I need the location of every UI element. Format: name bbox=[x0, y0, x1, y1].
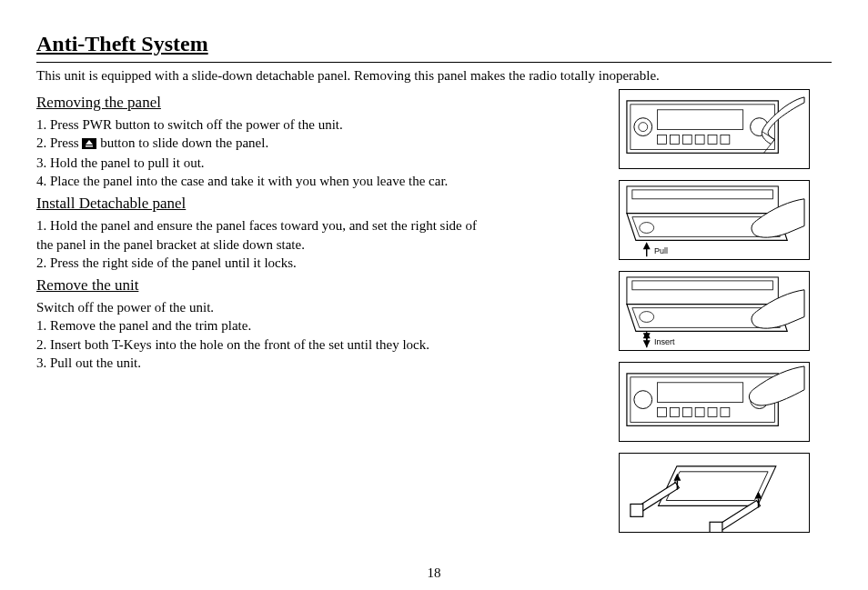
figure-lock-panel bbox=[619, 362, 810, 442]
svg-marker-51 bbox=[755, 492, 762, 499]
eject-icon bbox=[82, 135, 96, 154]
install-step-1-line2: the panel in the panel bracket at slide … bbox=[36, 235, 601, 254]
svg-rect-47 bbox=[631, 504, 643, 516]
svg-rect-9 bbox=[670, 135, 679, 145]
svg-marker-22 bbox=[643, 242, 651, 249]
remove-unit-step-1: 1. Remove the panel and the trim plate. bbox=[36, 316, 601, 335]
svg-rect-7 bbox=[658, 110, 743, 130]
svg-rect-37 bbox=[658, 383, 743, 403]
removing-step-2: 2. Press button to slide down the panel. bbox=[36, 134, 601, 154]
instructions-column: Removing the panel 1. Press PWR button t… bbox=[36, 89, 601, 372]
heading-install-panel: Install Detachable panel bbox=[36, 194, 601, 215]
svg-rect-48 bbox=[710, 522, 722, 533]
svg-rect-15 bbox=[627, 186, 778, 214]
page-number: 18 bbox=[0, 565, 868, 581]
svg-point-5 bbox=[634, 118, 652, 136]
svg-rect-10 bbox=[682, 135, 691, 145]
remove-unit-intro: Switch off the power of the unit. bbox=[36, 298, 601, 316]
install-step-1-line1: 1. Hold the panel and ensure the panel f… bbox=[36, 216, 601, 235]
figure-insert-panel: Insert bbox=[619, 271, 810, 351]
figures-column: Pull bbox=[619, 89, 819, 533]
removing-step-2b: button to slide down the panel. bbox=[100, 135, 268, 150]
svg-point-6 bbox=[639, 123, 648, 132]
svg-rect-13 bbox=[721, 135, 730, 145]
svg-rect-42 bbox=[708, 408, 717, 417]
remove-unit-step-3: 3. Pull out the unit. bbox=[36, 354, 601, 372]
svg-rect-8 bbox=[658, 135, 667, 145]
svg-rect-46 bbox=[666, 472, 768, 501]
svg-rect-3 bbox=[627, 101, 778, 153]
figure-tkeys bbox=[619, 453, 810, 533]
removing-step-4: 4. Place the panel into the case and tak… bbox=[36, 172, 601, 190]
removing-step-3: 3. Hold the panel to pull it out. bbox=[36, 154, 601, 172]
svg-rect-43 bbox=[721, 408, 730, 417]
svg-marker-49 bbox=[673, 474, 681, 481]
intro-text: This unit is equipped with a slide-down … bbox=[36, 68, 832, 84]
removing-step-1: 1. Press PWR button to switch off the po… bbox=[36, 115, 601, 134]
figure-pull-panel: Pull bbox=[619, 180, 810, 260]
figure-insert-label: Insert bbox=[652, 337, 677, 346]
heading-remove-unit: Remove the unit bbox=[36, 275, 601, 296]
svg-point-36 bbox=[634, 391, 652, 409]
remove-unit-step-2: 2. Insert both T-Keys into the hole on t… bbox=[36, 335, 601, 354]
heading-removing-panel: Removing the panel bbox=[36, 93, 601, 114]
removing-step-2a: 2. Press bbox=[36, 135, 82, 150]
page-title: Anti-Theft System bbox=[36, 32, 832, 58]
svg-rect-12 bbox=[708, 135, 717, 145]
svg-rect-23 bbox=[627, 277, 778, 305]
svg-rect-39 bbox=[670, 408, 679, 417]
figure-pull-label: Pull bbox=[652, 246, 670, 255]
svg-rect-16 bbox=[632, 190, 773, 199]
figure-press-release bbox=[619, 89, 810, 169]
svg-rect-38 bbox=[658, 408, 667, 417]
svg-rect-24 bbox=[632, 281, 773, 290]
svg-rect-2 bbox=[86, 145, 93, 147]
svg-rect-40 bbox=[682, 408, 691, 417]
svg-rect-11 bbox=[695, 135, 704, 145]
install-step-2: 2. Press the right side of the panel unt… bbox=[36, 254, 601, 272]
svg-rect-41 bbox=[695, 408, 704, 417]
